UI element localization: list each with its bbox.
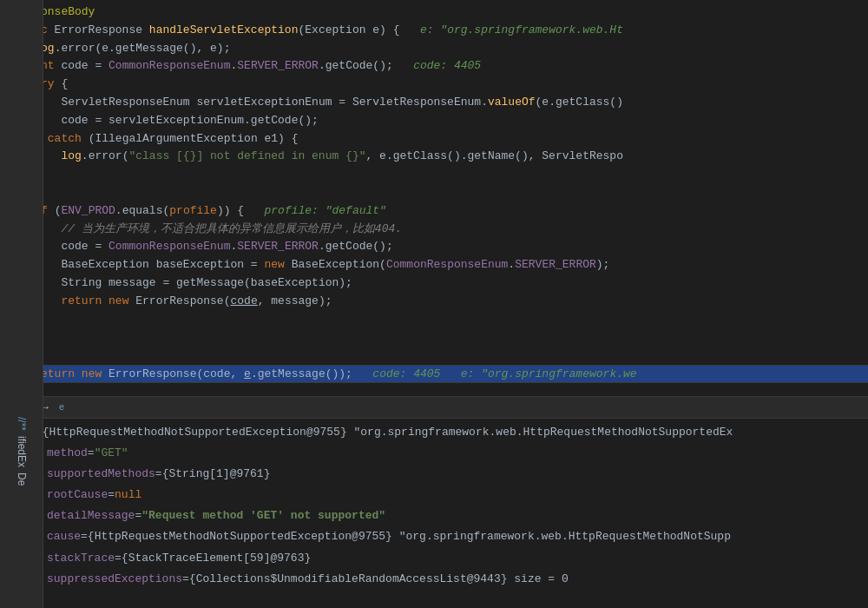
var-key-rootcause: rootCause — [47, 486, 108, 505]
code-line-5: try { — [0, 76, 868, 94]
main-content: @ResponseBody public ErrorResponse handl… — [0, 0, 868, 608]
debug-toolbar: ⬜ ← → e — [0, 397, 868, 419]
var-row-supportedmethods[interactable]: ▶ f supportedMethods = {String[1]@9761} — [0, 464, 868, 485]
var-row-detailmessage[interactable]: f detailMessage = "Request method 'GET' … — [0, 506, 868, 526]
left-sidebar: //** ifiedEx De — [0, 0, 43, 608]
variables-area: ▼ ●● e = {HttpRequestMethodNotSupportedE… — [0, 419, 868, 593]
code-line-16: String message = getMessage(baseExceptio… — [0, 274, 868, 293]
sidebar-item-3[interactable]: De — [16, 473, 28, 486]
var-equals-stack: = — [115, 549, 122, 568]
code-line-9: log.error("class [{}] not defined in enu… — [0, 148, 868, 166]
var-equals-suppressed: = — [182, 570, 189, 589]
code-line-18: } — [0, 311, 868, 329]
var-equals-method: = — [88, 444, 95, 463]
code-line-17: return new ErrorResponse(code, message); — [0, 293, 868, 311]
var-key-cause: cause — [47, 527, 81, 546]
var-val-suppressed: {Collections$UnmodifiableRandomAccessLis… — [189, 570, 569, 589]
var-key-stack: stackTrace — [47, 549, 115, 568]
code-line-14: code = CommonResponseEnum.SERVER_ERROR.g… — [0, 238, 868, 256]
var-equals-cause: = — [81, 527, 88, 546]
code-line-2: public ErrorResponse handleServletExcept… — [0, 22, 868, 40]
var-key-suppressed: suppressedExceptions — [47, 570, 182, 589]
var-row-stacktrace[interactable]: ▶ f stackTrace = {StackTraceElement[59]@… — [0, 548, 868, 569]
code-line-7: code = servletExceptionEnum.getCode(); — [0, 112, 868, 130]
var-row-e[interactable]: ▼ ●● e = {HttpRequestMethodNotSupportedE… — [0, 422, 868, 443]
code-line-12: if (ENV_PROD.equals(profile)) { profile:… — [0, 202, 868, 221]
var-equals-rootcause: = — [108, 486, 115, 505]
code-line-8: } catch (IllegalArgumentException e1) { — [0, 130, 868, 149]
code-line-annotation: @ResponseBody — [0, 3, 868, 22]
var-val-method: "GET" — [95, 444, 128, 463]
var-val-supported: {String[1]@9761} — [162, 465, 271, 484]
code-line-15: BaseException baseException = new BaseEx… — [0, 256, 868, 274]
highlighted-execution-line: return new ErrorResponse(code, e.getMess… — [0, 365, 868, 383]
var-val-stack: {StackTraceElement[59]@9763} — [122, 549, 311, 568]
var-row-suppressed[interactable]: ▶ f suppressedExceptions = {Collections$… — [0, 569, 868, 590]
code-line-6: ServletResponseEnum servletExceptionEnum… — [0, 94, 868, 112]
var-row-method[interactable]: ▶ f method = "GET" — [0, 443, 868, 464]
e-variable-label: e — [59, 402, 65, 413]
code-editor: @ResponseBody public ErrorResponse handl… — [0, 0, 868, 365]
var-val-detail: "Request method 'GET' not supported" — [141, 506, 385, 525]
var-key-detail: detailMessage — [47, 506, 135, 525]
var-row-rootcause[interactable]: f rootCause = null — [0, 485, 868, 506]
var-val-e: {HttpRequestMethodNotSupportedException@… — [43, 423, 733, 442]
var-key-supported: supportedMethods — [47, 465, 155, 484]
var-equals-supported: = — [155, 465, 162, 484]
code-line-3: log.error(e.getMessage(), e); — [0, 40, 868, 58]
var-equals-detail: = — [135, 506, 141, 525]
debug-panel: ⬜ ← → e ▼ ●● e = {HttpRequestMethodNotSu… — [0, 396, 868, 608]
sidebar-item-1[interactable]: //** — [16, 417, 28, 431]
code-line-blank — [0, 184, 868, 202]
code-line-10: } — [0, 166, 868, 184]
code-line-13: // 当为生产环境，不适合把具体的异常信息展示给用户，比如404. — [0, 221, 868, 239]
var-val-cause: {HttpRequestMethodNotSupportedException@… — [88, 527, 731, 546]
var-row-cause[interactable]: ▶ f cause = {HttpRequestMethodNotSupport… — [0, 526, 868, 547]
closing-brace: } — [0, 383, 868, 396]
var-key-method: method — [47, 444, 88, 463]
sidebar-item-2[interactable]: ifiedEx — [16, 436, 28, 467]
var-val-rootcause: null — [115, 486, 141, 505]
code-line-4: int code = CommonResponseEnum.SERVER_ERR… — [0, 57, 868, 76]
